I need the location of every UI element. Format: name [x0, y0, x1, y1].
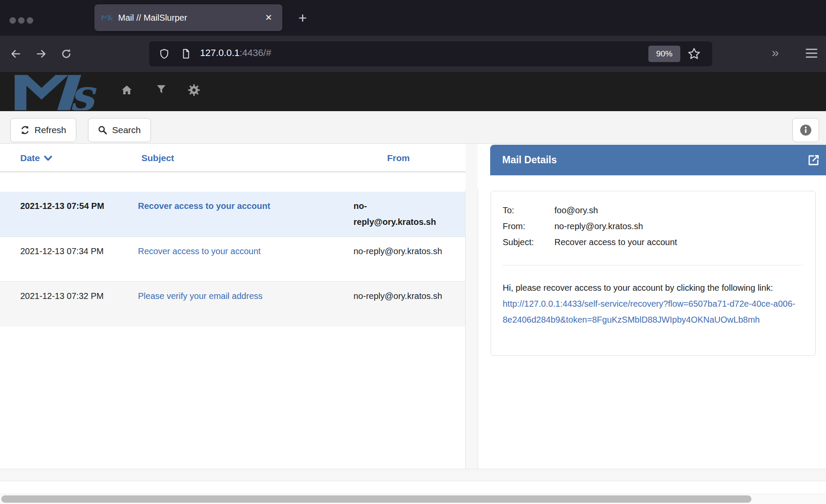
shield-icon[interactable]: [159, 48, 170, 59]
forward-icon[interactable]: [35, 48, 47, 60]
mail-list-panel: Date Subject From 2021-12-13 07:54 PM Re…: [0, 144, 466, 469]
mail-subject-link[interactable]: Please verify your email address: [138, 291, 263, 301]
mail-from: no-reply@ory.kratos.sh: [354, 243, 447, 275]
refresh-icon: [20, 125, 30, 135]
horizontal-scrollbar-thumb[interactable]: [1, 495, 751, 503]
mail-row[interactable]: 2021-12-13 07:32 PM Please verify your e…: [0, 282, 466, 327]
svg-text:s: s: [69, 73, 97, 110]
mail-subject-link[interactable]: Recover access to your account: [138, 201, 270, 211]
bookmark-star-icon[interactable]: [687, 47, 701, 61]
mail-from: no-reply@ory.kratos.sh: [354, 198, 447, 230]
filter-icon[interactable]: [156, 84, 167, 95]
reload-icon[interactable]: [60, 48, 72, 60]
card-divider: [503, 265, 803, 265]
url-path: :4436/#: [240, 47, 271, 58]
browser-nav-bar: 127.0.0.1:4436/# 90% »: [0, 36, 826, 72]
field-label-to: To:: [503, 202, 554, 218]
tab-title: Mail // MailSlurper: [118, 13, 187, 23]
search-label: Search: [112, 125, 141, 135]
back-icon[interactable]: [9, 48, 22, 60]
search-button[interactable]: Search: [88, 118, 151, 142]
gear-icon[interactable]: [188, 84, 200, 96]
page-info-icon[interactable]: [180, 48, 191, 59]
mail-row[interactable]: 2021-12-13 07:34 PM Recover access to yo…: [0, 237, 466, 282]
main-content: Date Subject From 2021-12-13 07:54 PM Re…: [0, 144, 826, 504]
browser-tab[interactable]: s Mail // MailSlurper ×: [94, 4, 282, 31]
mail-details-title: Mail Details: [490, 145, 826, 175]
toolbar-overflow-icon[interactable]: »: [772, 45, 779, 60]
url-bar[interactable]: 127.0.0.1:4436/# 90%: [149, 41, 712, 66]
refresh-button[interactable]: Refresh: [10, 118, 76, 142]
mailslurper-favicon-icon: s: [101, 15, 113, 21]
browser-tab-bar: s Mail // MailSlurper × +: [0, 0, 826, 36]
horizontal-scrollbar[interactable]: [0, 494, 826, 504]
mailslurper-logo: s: [15, 73, 97, 110]
refresh-label: Refresh: [34, 125, 66, 135]
action-toolbar: Refresh Search: [0, 111, 826, 144]
field-value-to: foo@ory.sh: [554, 202, 803, 218]
tab-close-button[interactable]: ×: [262, 10, 275, 24]
panel-divider: [465, 190, 466, 469]
menu-icon[interactable]: [806, 49, 817, 58]
home-icon[interactable]: [120, 84, 133, 96]
mail-details-panel: Mail Details To: foo@ory.sh From: no-rep…: [478, 144, 826, 469]
mail-from: no-reply@ory.kratos.sh: [354, 288, 447, 320]
bottom-strip: [0, 469, 826, 481]
mail-date: 2021-12-13 07:54 PM: [20, 198, 109, 230]
window-dot[interactable]: [9, 17, 16, 24]
window-dot[interactable]: [18, 17, 25, 24]
mail-details-card: To: foo@ory.sh From: no-reply@ory.kratos…: [491, 191, 816, 356]
field-label-from: From:: [503, 218, 554, 234]
mail-body-text: Hi, please recover access to your accoun…: [503, 283, 773, 292]
mail-body: Hi, please recover access to your accoun…: [503, 280, 803, 328]
url-text[interactable]: 127.0.0.1:4436/#: [200, 47, 271, 59]
info-button[interactable]: [792, 118, 819, 142]
column-header-date[interactable]: Date: [20, 153, 52, 163]
search-icon: [98, 125, 107, 135]
external-link-icon[interactable]: [807, 153, 820, 167]
mail-row[interactable]: 2021-12-13 07:54 PM Recover access to yo…: [0, 192, 466, 237]
field-value-subject: Recover access to your account: [554, 234, 803, 250]
panel-divider: [478, 190, 478, 469]
column-header-subject[interactable]: Subject: [141, 153, 174, 163]
mail-details-header: Mail Details: [490, 145, 826, 175]
field-label-subject: Subject:: [503, 234, 554, 250]
bottom-spacer: [0, 481, 826, 494]
zoom-level-badge[interactable]: 90%: [648, 46, 680, 62]
mailslurper-header: s: [0, 72, 826, 111]
recovery-link[interactable]: http://127.0.0.1:4433/self-service/recov…: [503, 299, 795, 324]
mail-list-header: Date Subject From: [0, 144, 466, 172]
svg-text:s: s: [109, 15, 113, 21]
mail-subject-link[interactable]: Recover access to your account: [138, 246, 261, 256]
sort-chevron-down-icon: [44, 156, 52, 161]
url-host: 127.0.0.1: [200, 47, 240, 58]
window-controls[interactable]: [9, 17, 33, 24]
new-tab-button[interactable]: +: [294, 9, 311, 28]
field-value-from: no-reply@ory.kratos.sh: [554, 218, 803, 234]
mail-rows: 2021-12-13 07:54 PM Recover access to yo…: [0, 192, 466, 327]
info-icon: [800, 124, 812, 136]
column-header-from[interactable]: From: [387, 153, 410, 163]
window-dot[interactable]: [27, 17, 33, 24]
mail-date: 2021-12-13 07:34 PM: [20, 243, 109, 275]
mail-date: 2021-12-13 07:32 PM: [20, 288, 109, 320]
